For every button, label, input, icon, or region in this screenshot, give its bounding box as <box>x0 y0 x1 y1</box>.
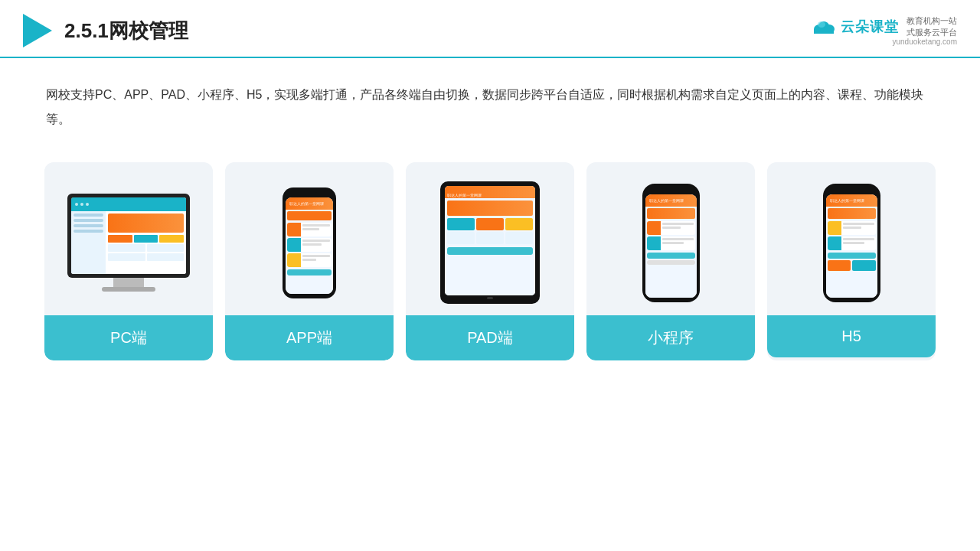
app-phone-mockup: 职达人的第一堂网课 <box>283 187 336 298</box>
card-pc-image <box>44 162 213 315</box>
logo-area: 云朵课堂 教育机构一站式服务云平台 yunduoketang.com <box>812 15 957 46</box>
description-paragraph: 网校支持PC、APP、PAD、小程序、H5，实现多端打通，产品各终端自由切换，数… <box>46 83 934 132</box>
card-pad[interactable]: 职达人的第一堂网课 <box>406 162 574 360</box>
svg-rect-3 <box>814 29 834 34</box>
svg-point-4 <box>818 21 825 28</box>
logo-url: yunduoketang.com <box>892 37 957 46</box>
card-h5-image: 职达人的第一堂网课 <box>767 162 936 315</box>
card-pad-label: PAD端 <box>406 315 574 360</box>
card-miniapp-image: 职达人的第一堂网课 <box>586 162 755 315</box>
page-title: 2.5.1网校管理 <box>64 18 188 44</box>
card-app[interactable]: 职达人的第一堂网课 <box>225 162 394 360</box>
cards-section: PC端 职达人的第一堂网课 <box>0 147 980 376</box>
pc-mockup <box>67 194 190 292</box>
logo-text: 云朵课堂 <box>841 18 899 36</box>
cloud-icon <box>812 18 836 35</box>
card-miniapp-label: 小程序 <box>586 315 755 360</box>
h5-phone-mockup: 职达人的第一堂网课 <box>823 184 880 302</box>
header: 2.5.1网校管理 云朵课堂 教育机构一站式服务云平台 yunduoketang… <box>0 0 980 58</box>
card-pc[interactable]: PC端 <box>44 162 213 360</box>
play-icon <box>23 14 52 47</box>
miniapp-phone-mockup: 职达人的第一堂网课 <box>642 184 700 302</box>
card-h5[interactable]: 职达人的第一堂网课 <box>767 162 936 360</box>
logo-brand: 云朵课堂 教育机构一站式服务云平台 <box>812 15 957 37</box>
pad-tablet-mockup: 职达人的第一堂网课 <box>440 181 540 304</box>
card-pad-image: 职达人的第一堂网课 <box>406 162 574 315</box>
description-text: 网校支持PC、APP、PAD、小程序、H5，实现多端打通，产品各终端自由切换，数… <box>0 58 980 147</box>
card-app-label: APP端 <box>225 315 394 360</box>
card-app-image: 职达人的第一堂网课 <box>225 162 394 315</box>
card-pc-label: PC端 <box>44 315 213 360</box>
card-h5-label: H5 <box>767 315 936 357</box>
logo-tagline: 教育机构一站式服务云平台 <box>906 15 957 37</box>
card-miniapp[interactable]: 职达人的第一堂网课 <box>586 162 755 360</box>
header-left: 2.5.1网校管理 <box>23 14 188 47</box>
